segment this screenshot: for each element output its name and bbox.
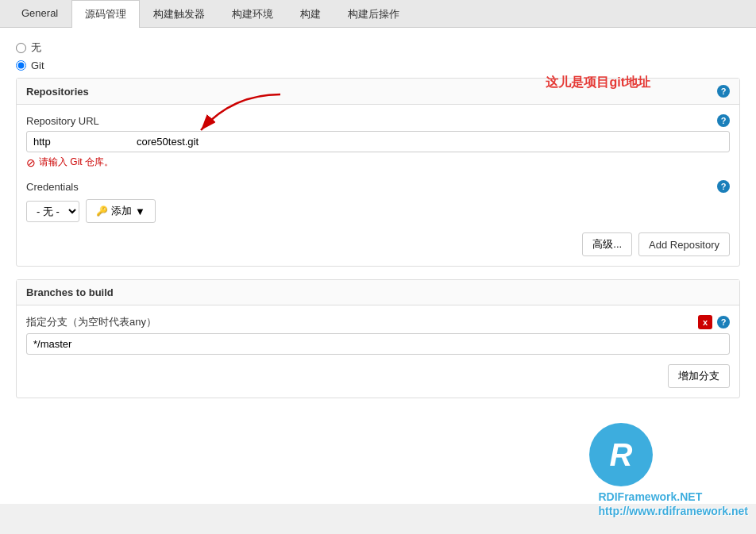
scm-option-git: Git	[16, 60, 740, 71]
watermark-logo: R	[589, 423, 653, 486]
main-content: 无 Git Repositories ? 这儿是项目git地址	[0, 28, 756, 504]
add-branch-button[interactable]: 增加分支	[668, 364, 730, 388]
scm-label-git: Git	[31, 60, 44, 71]
tab-post-build[interactable]: 构建后操作	[334, 0, 413, 28]
repo-url-label: Repository URL	[26, 115, 99, 127]
branches-actions: 增加分支	[26, 364, 730, 388]
scm-radio-group: 无 Git	[16, 40, 740, 71]
tab-triggers[interactable]: 构建触发器	[140, 0, 218, 28]
branch-input[interactable]	[26, 333, 730, 355]
repositories-heading: Repositories	[26, 86, 89, 98]
repositories-actions: 高级... Add Repository	[26, 232, 730, 256]
repo-error-message: ⊘ 请输入 Git 仓库。	[26, 156, 730, 169]
branch-field-label: 指定分支（为空时代表any）	[26, 315, 156, 329]
branch-input-row: 指定分支（为空时代表any） x ?	[26, 315, 730, 355]
branch-field-wrapper: 指定分支（为空时代表any） x ?	[26, 315, 730, 355]
repositories-panel: Repositories ? 这儿是项目git地址 Repository U	[16, 78, 740, 267]
key-icon: 🔑	[96, 206, 108, 217]
branches-body: 指定分支（为空时代表any） x ? 增加分支	[17, 305, 739, 398]
add-credentials-label: 添加	[111, 204, 132, 218]
add-credentials-button[interactable]: 🔑 添加 ▼	[86, 199, 156, 223]
credentials-help-icon[interactable]: ?	[717, 180, 730, 193]
scm-option-none: 无	[16, 40, 740, 55]
advanced-button[interactable]: 高级...	[582, 232, 632, 256]
add-repository-button[interactable]: Add Repository	[638, 232, 730, 256]
credentials-section: Credentials ? - 无 - 🔑 添加 ▼	[26, 180, 730, 223]
error-circle-icon: ⊘	[26, 156, 36, 169]
credentials-label-row: Credentials ?	[26, 180, 730, 193]
repo-url-help-icon[interactable]: ?	[717, 114, 730, 127]
scm-radio-none[interactable]	[16, 43, 26, 53]
credentials-dropdown[interactable]: - 无 -	[26, 201, 79, 222]
tab-scm[interactable]: 源码管理	[71, 0, 140, 28]
branches-header: Branches to build	[17, 280, 739, 305]
delete-branch-badge[interactable]: x	[698, 315, 712, 329]
tab-env[interactable]: 构建环境	[218, 0, 287, 28]
repositories-help-icon[interactable]: ?	[717, 85, 730, 98]
tab-bar: General 源码管理 构建触发器 构建环境 构建 构建后操作	[0, 0, 756, 28]
repositories-body: 这儿是项目git地址 Repository URL ? ⊘	[17, 105, 739, 266]
add-credentials-chevron: ▼	[135, 206, 145, 217]
branch-field-label-row: 指定分支（为空时代表any） x ?	[26, 315, 730, 329]
tab-general[interactable]: General	[8, 0, 71, 28]
watermark-text: RDIFramework.NEThttp://www.rdiframework.…	[599, 490, 749, 504]
repositories-wrapper: 这儿是项目git地址 Repository URL ? ⊘	[26, 114, 730, 169]
tab-build[interactable]: 构建	[287, 0, 334, 28]
scm-radio-git[interactable]	[16, 60, 26, 71]
scm-label-none: 无	[31, 40, 41, 55]
credentials-controls: - 无 - 🔑 添加 ▼	[26, 199, 730, 223]
branches-panel: Branches to build 指定分支（为空时代表any） x ? 增加分…	[16, 279, 740, 398]
error-text: 请输入 Git 仓库。	[39, 156, 114, 169]
branch-help-icon[interactable]: ?	[717, 316, 730, 328]
repo-url-input[interactable]	[26, 131, 730, 152]
branches-heading: Branches to build	[26, 286, 114, 298]
watermark: R RDIFramework.NEThttp://www.rdiframewor…	[557, 439, 748, 504]
repositories-header: Repositories ?	[17, 79, 739, 105]
credentials-label: Credentials	[26, 181, 79, 193]
repo-url-label-row: Repository URL ?	[26, 114, 730, 127]
